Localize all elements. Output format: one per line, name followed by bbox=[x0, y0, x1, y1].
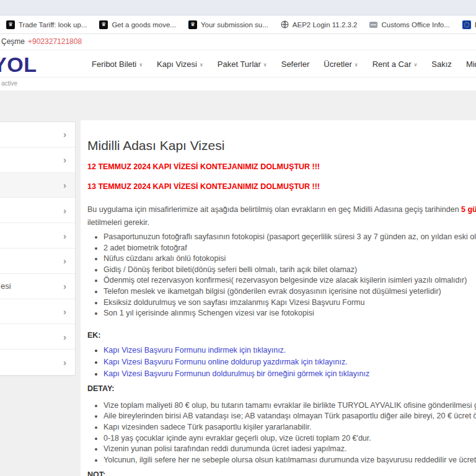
documents-list: Pasaportunuzun fotoğraflı sayfasının fot… bbox=[87, 232, 476, 319]
chevron-down-icon: ∨ bbox=[414, 62, 418, 68]
detail-item: Yolcunun, ilgili sefere her ne sebeple o… bbox=[104, 455, 476, 466]
chevron-down-icon: ∨ bbox=[263, 62, 267, 68]
detail-item: Aile bireylerinden birisi AB vatandaşı i… bbox=[104, 411, 476, 422]
sidebar-item-5[interactable]: › bbox=[0, 223, 75, 249]
sidebar-item-8[interactable]: › bbox=[0, 299, 75, 325]
chevron-right-icon: › bbox=[63, 155, 66, 164]
nav-item-sak-z[interactable]: Sakız bbox=[431, 60, 452, 69]
nav-item-label: Rent a Car bbox=[372, 60, 412, 69]
bookmark-label: AEP2 Login 11.2.3.2 bbox=[293, 21, 358, 29]
browser-toolbar-strip bbox=[0, 0, 476, 15]
chevron-down-icon: ∨ bbox=[200, 62, 203, 68]
sidebar-item-label: esi bbox=[1, 281, 11, 291]
bookmark-item[interactable]: AEP2 Login 11.2.3.2 bbox=[281, 20, 358, 29]
document-item: 2 adet biometrik fotoğraf bbox=[104, 243, 476, 254]
quota-alert-1: 12 TEMMUZ 2024 KAPI VİZESİ KONTEJANIMIZ … bbox=[87, 162, 476, 172]
detail-item: Kapı vizesinden sadece Türk pasaportlu k… bbox=[104, 422, 476, 433]
form-link: Kapı Vizesi Başvuru Formunu indirmek içi… bbox=[104, 345, 476, 356]
nav-item-label: Seferler bbox=[281, 60, 310, 69]
nav-item-label: Sakız bbox=[431, 60, 452, 69]
intro-line-1: Bu uygulama için misafirlerimize ait aşa… bbox=[87, 203, 476, 216]
nav-item-label: Kapı Vizesi bbox=[157, 60, 197, 69]
chevron-right-icon: › bbox=[63, 358, 66, 367]
chevron-right-icon: › bbox=[63, 206, 66, 215]
document-item: Telefon meslek ve ikametgah bilgisi (gön… bbox=[104, 286, 476, 298]
detay-heading: DETAY: bbox=[87, 384, 476, 394]
form-links-list: Kapı Vizesi Başvuru Formunu indirmek içi… bbox=[87, 345, 476, 380]
detail-item: Vizenin yunan polisi tarafından reddi du… bbox=[104, 444, 476, 455]
form-link-anchor[interactable]: Kapı Vizesi Başvuru Formunu indirmek içi… bbox=[104, 346, 286, 355]
site-logo[interactable]: TURYOL bbox=[0, 50, 37, 77]
chevron-down-icon: ∨ bbox=[355, 62, 358, 68]
sidebar-item-1[interactable]: › bbox=[0, 122, 75, 148]
sidebar-item-3[interactable]: › bbox=[0, 173, 75, 198]
active-note: active bbox=[0, 77, 476, 91]
main-content: Midilli Adası Kapı Vizesi 12 TEMMUZ 2024… bbox=[81, 120, 476, 476]
bookmark-label: Your submission su... bbox=[201, 21, 268, 29]
nav-item-label: Paket Turlar bbox=[218, 60, 261, 69]
form-link-anchor[interactable]: Kapı Vizesi Başvuru Formunun doldurulmuş… bbox=[104, 369, 369, 378]
bookmarks-bar: ♛Trade Tariff: look up...♛Get a goods mo… bbox=[0, 15, 476, 34]
govuk-crown-icon: ♛ bbox=[6, 20, 15, 29]
chevron-right-icon: › bbox=[63, 180, 66, 190]
detail-item: 0-18 yaş çocuklar içinde aynı evraklar g… bbox=[104, 433, 476, 444]
bookmark-label: Get a goods move... bbox=[112, 21, 176, 29]
chevron-right-icon: › bbox=[63, 281, 66, 291]
nav-item-seferler[interactable]: Seferler bbox=[281, 60, 310, 69]
site-topbar: Çeşme+902327121808 bbox=[0, 34, 476, 50]
chevron-right-icon: › bbox=[63, 307, 66, 316]
phone-link[interactable]: +902327121808 bbox=[28, 37, 82, 46]
nav-item-label: Midilli bbox=[466, 60, 476, 69]
nav-item-rent-a-car[interactable]: Rent a Car∨ bbox=[372, 60, 418, 69]
nav-item-label: Ücretler bbox=[324, 60, 352, 69]
intro-text-before: Bu uygulama için misafirlerimize ait aşa… bbox=[87, 205, 461, 214]
sidebar-item-7[interactable]: esi› bbox=[0, 274, 75, 299]
ek-heading: EK: bbox=[87, 331, 476, 340]
customs-building-icon bbox=[369, 22, 377, 28]
chevron-right-icon: › bbox=[63, 130, 66, 139]
nav-item-paket-turlar[interactable]: Paket Turlar∨ bbox=[218, 60, 267, 69]
location-label: Çeşme bbox=[1, 37, 25, 46]
details-list: Vize toplam maliyeti 80 € olup, bu tutar… bbox=[87, 400, 476, 466]
nav-item-midilli[interactable]: Midilli bbox=[466, 60, 476, 69]
chevron-right-icon: › bbox=[63, 332, 66, 342]
detail-item: Vize toplam maliyeti 80 € olup, bu tutar… bbox=[104, 400, 476, 412]
document-item: Ödenmiş otel rezervasyon konfirmesi( rez… bbox=[104, 275, 476, 286]
chevron-right-icon: › bbox=[63, 256, 66, 265]
nav-item-feribot-bileti[interactable]: Feribot Bileti∨ bbox=[92, 60, 143, 69]
page-canvas: Çeşme+902327121808 TURYOL Feribot Bileti… bbox=[0, 34, 476, 476]
quota-alert-2: 13 TEMMUZ 2024 KAPI VİZESİ KONTEJANIMIZ … bbox=[87, 182, 476, 192]
govuk-crown-icon: ♛ bbox=[188, 20, 197, 29]
sidebar-item-2[interactable]: › bbox=[0, 148, 75, 173]
sidebar-menu: ››››››esi›››› bbox=[0, 121, 76, 376]
bookmark-item[interactable]: EORI number valida... bbox=[462, 20, 476, 29]
eu-flag-icon bbox=[462, 20, 471, 29]
nav-item-kap-vizesi[interactable]: Kapı Vizesi∨ bbox=[157, 60, 203, 69]
not-heading: NOT: bbox=[87, 470, 476, 476]
site-header: TURYOL Feribot Bileti∨Kapı Vizesi∨Paket … bbox=[0, 50, 476, 77]
bookmark-item[interactable]: Customs Office Info... bbox=[369, 21, 449, 29]
bookmark-item[interactable]: ♛Trade Tariff: look up... bbox=[6, 20, 87, 29]
intro-paragraph: Bu uygulama için misafirlerimize ait aşa… bbox=[87, 203, 476, 229]
bookmark-item[interactable]: ♛Get a goods move... bbox=[99, 20, 176, 29]
sidebar-item-6[interactable]: › bbox=[0, 249, 75, 274]
form-link: Kapı Vizesi Başvuru Formunun doldurulmuş… bbox=[104, 368, 476, 380]
nav-item--cretler[interactable]: Ücretler∨ bbox=[324, 60, 358, 69]
govuk-crown-icon: ♛ bbox=[99, 20, 108, 29]
bookmark-label: Trade Tariff: look up... bbox=[19, 21, 87, 29]
chevron-right-icon: › bbox=[63, 231, 66, 240]
intro-line-2: iletilmeleri gerekir. bbox=[87, 216, 476, 229]
intro-highlight: 5 gün önce bbox=[461, 205, 476, 214]
webpage-viewport: Çeşme+902327121808 TURYOL Feribot Bileti… bbox=[0, 34, 476, 476]
sidebar-item-4[interactable]: › bbox=[0, 198, 75, 223]
bookmark-item[interactable]: ♛Your submission su... bbox=[188, 20, 268, 29]
form-link: Kapı Vizesi Başvuru Formunu online doldu… bbox=[104, 356, 476, 368]
form-link-anchor[interactable]: Kapı Vizesi Başvuru Formunu online doldu… bbox=[104, 358, 348, 366]
chevron-down-icon: ∨ bbox=[139, 62, 143, 68]
document-item: Nüfus cüzdanı arkalı önlü fotokopisi bbox=[104, 253, 476, 265]
sidebar-item-9[interactable]: › bbox=[0, 324, 75, 350]
document-item: Pasaportunuzun fotoğraflı sayfasının fot… bbox=[104, 232, 476, 243]
document-item: Eksiksiz doldurulmuş ve son sayfası imza… bbox=[104, 298, 476, 309]
sidebar-item-10[interactable]: › bbox=[0, 350, 75, 375]
nav-item-label: Feribot Bileti bbox=[92, 60, 136, 69]
